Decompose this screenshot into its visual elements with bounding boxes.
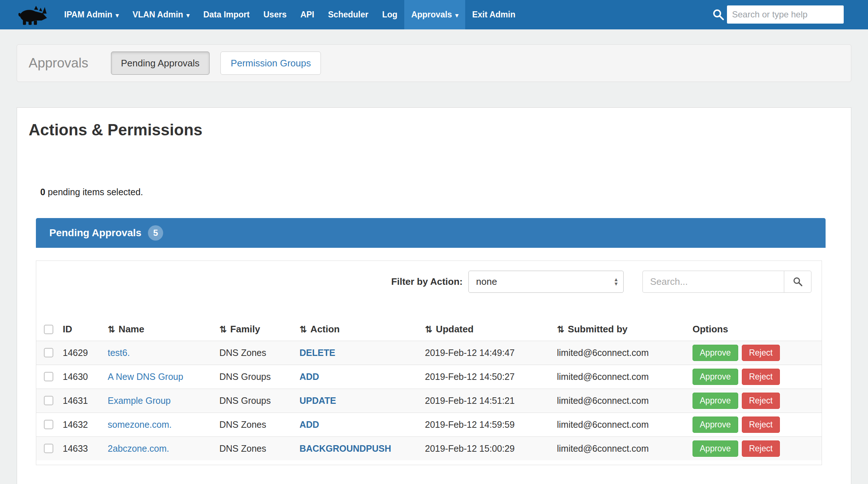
approval-name-link[interactable]: 2abczone.com.: [108, 443, 169, 454]
approvals-table-card: Filter by Action: none ▲▼: [36, 261, 822, 465]
cell-updated: 2019-Feb-12 14:49:47: [425, 341, 557, 365]
search-icon[interactable]: [712, 8, 725, 21]
rhino-icon: [17, 4, 48, 26]
sort-icon: ⇅: [219, 324, 227, 334]
approve-button[interactable]: Approve: [693, 417, 738, 433]
selected-count: 0: [40, 187, 45, 197]
provision-rhino-logo[interactable]: [17, 4, 48, 26]
actions-permissions-panel: Actions & Permissions 0 pending items se…: [17, 107, 851, 484]
reject-button[interactable]: Reject: [742, 440, 780, 457]
cell-action: UPDATE: [299, 389, 425, 413]
col-header-updated[interactable]: ⇅Updated: [425, 318, 557, 341]
table-row: 14630 A New DNS Group DNS Groups ADD 201…: [36, 365, 822, 389]
filter-label: Filter by Action:: [391, 276, 463, 287]
nav-item-exit-admin[interactable]: Exit Admin: [465, 0, 522, 29]
tab-permission-groups[interactable]: Permission Groups: [220, 52, 321, 75]
cell-updated: 2019-Feb-12 14:59:59: [425, 413, 557, 436]
col-header-options: Options: [693, 318, 822, 341]
approve-button[interactable]: Approve: [693, 369, 738, 385]
table-header-row: ID ⇅Name ⇅Family ⇅Action ⇅Updated ⇅Submi…: [36, 318, 822, 341]
tab-pending-approvals[interactable]: Pending Approvals: [111, 52, 210, 75]
cell-updated: 2019-Feb-12 14:50:27: [425, 365, 557, 389]
cell-submitted-by: limited@6connect.com: [557, 341, 693, 365]
cell-action: ADD: [299, 413, 425, 436]
reject-button[interactable]: Reject: [742, 369, 780, 385]
col-header-action[interactable]: ⇅Action: [299, 318, 425, 341]
nav-item-scheduler[interactable]: Scheduler: [321, 0, 375, 29]
search-icon: [792, 276, 803, 287]
row-checkbox[interactable]: [44, 372, 53, 381]
cell-family: DNS Zones: [219, 436, 299, 460]
cell-id: 14631: [63, 389, 108, 413]
nav-item-ipam-admin[interactable]: IPAM Admin ▾: [57, 0, 125, 29]
sort-icon: ⇅: [425, 324, 432, 334]
table-row: 14631 Example Group DNS Groups UPDATE 20…: [36, 389, 822, 413]
cell-updated: 2019-Feb-12 15:00:29: [425, 436, 557, 460]
col-header-family[interactable]: ⇅Family: [219, 318, 299, 341]
cell-action: DELETE: [299, 341, 425, 365]
pending-approvals-header: Pending Approvals 5: [36, 218, 826, 248]
approve-button[interactable]: Approve: [693, 440, 738, 457]
selected-count-text: 0 pending items selected.: [40, 187, 143, 197]
global-search-input[interactable]: [727, 5, 844, 24]
cell-family: DNS Groups: [219, 389, 299, 413]
cell-submitted-by: limited@6connect.com: [557, 413, 693, 436]
approval-name-link[interactable]: test6.: [108, 348, 130, 358]
approval-name-link[interactable]: A New DNS Group: [108, 372, 183, 382]
table-search-button[interactable]: [784, 271, 811, 293]
select-arrows-icon: ▲▼: [613, 277, 619, 286]
filter-row: Filter by Action: none ▲▼: [36, 261, 822, 302]
navbar-search: [712, 5, 844, 24]
cell-family: DNS Zones: [219, 413, 299, 436]
cell-submitted-by: limited@6connect.com: [557, 389, 693, 413]
sort-icon: ⇅: [108, 324, 115, 334]
nav-item-vlan-admin[interactable]: VLAN Admin ▾: [125, 0, 196, 29]
nav-item-approvals[interactable]: Approvals ▾: [404, 0, 465, 29]
table-search: [642, 271, 811, 293]
page-title: Approvals: [29, 56, 88, 71]
chevron-down-icon: ▾: [116, 12, 119, 19]
cell-family: DNS Zones: [219, 341, 299, 365]
top-navbar: IPAM Admin ▾ VLAN Admin ▾ Data Import Us…: [0, 0, 868, 29]
row-checkbox[interactable]: [44, 396, 53, 405]
col-header-name[interactable]: ⇅Name: [108, 318, 219, 341]
cell-family: DNS Groups: [219, 365, 299, 389]
table-row: 14629 test6. DNS Zones DELETE 2019-Feb-1…: [36, 341, 822, 365]
chevron-down-icon: ▾: [186, 12, 190, 19]
nav-item-data-import[interactable]: Data Import: [197, 0, 257, 29]
cell-id: 14630: [63, 365, 108, 389]
section-title: Actions & Permissions: [29, 121, 202, 139]
chevron-down-icon: ▾: [455, 12, 459, 19]
cell-id: 14633: [63, 436, 108, 460]
cell-action: BACKGROUNDPUSH: [299, 436, 425, 460]
cell-submitted-by: limited@6connect.com: [557, 436, 693, 460]
sort-icon: ⇅: [557, 324, 564, 334]
row-checkbox[interactable]: [44, 444, 53, 453]
cell-submitted-by: limited@6connect.com: [557, 365, 693, 389]
action-filter-select[interactable]: none ▲▼: [468, 271, 624, 293]
pending-approvals-table: ID ⇅Name ⇅Family ⇅Action ⇅Updated ⇅Submi…: [36, 318, 822, 460]
cell-id: 14629: [63, 341, 108, 365]
nav-item-users[interactable]: Users: [256, 0, 293, 29]
approve-button[interactable]: Approve: [693, 345, 738, 361]
approval-name-link[interactable]: Example Group: [108, 395, 171, 406]
cell-action: ADD: [299, 365, 425, 389]
nav-item-log[interactable]: Log: [375, 0, 404, 29]
cell-id: 14632: [63, 413, 108, 436]
cell-updated: 2019-Feb-12 14:51:21: [425, 389, 557, 413]
approval-name-link[interactable]: somezone.com.: [108, 419, 171, 430]
reject-button[interactable]: Reject: [742, 417, 780, 433]
row-checkbox[interactable]: [44, 348, 53, 357]
col-header-id: ID: [63, 318, 108, 341]
approve-button[interactable]: Approve: [693, 393, 738, 409]
row-checkbox[interactable]: [44, 420, 53, 429]
col-header-submitted-by[interactable]: ⇅Submitted by: [557, 318, 693, 341]
table-row: 14633 2abczone.com. DNS Zones BACKGROUND…: [36, 436, 822, 460]
reject-button[interactable]: Reject: [742, 393, 780, 409]
reject-button[interactable]: Reject: [742, 345, 780, 361]
select-all-checkbox[interactable]: [44, 325, 53, 334]
table-search-input[interactable]: [642, 271, 784, 293]
nav-item-api[interactable]: API: [293, 0, 321, 29]
sort-icon: ⇅: [299, 324, 307, 334]
count-badge: 5: [148, 225, 163, 241]
